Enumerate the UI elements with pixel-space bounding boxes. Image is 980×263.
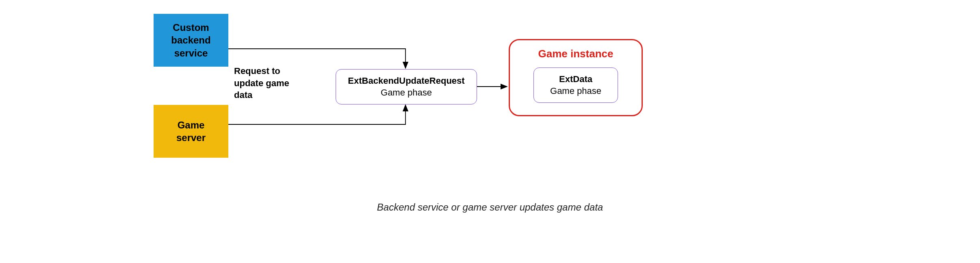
ext-request-subtitle: Game phase [381,87,432,99]
ext-data-node: ExtData Game phase [533,67,618,103]
custom-backend-node: Custom backend service [154,14,228,67]
game-server-node: Game server [154,105,228,158]
edge-label-text: Request to update game data [234,66,289,100]
diagram-arrows [0,0,980,263]
diagram-container: Custom backend service Game server Reque… [0,0,980,263]
ext-request-title: ExtBackendUpdateRequest [348,75,464,87]
edge-label: Request to update game data [234,65,289,101]
ext-request-node: ExtBackendUpdateRequest Game phase [336,69,477,104]
ext-data-subtitle: Game phase [550,85,601,97]
diagram-caption: Backend service or game server updates g… [0,202,980,213]
caption-text: Backend service or game server updates g… [377,202,603,213]
game-instance-title: Game instance [538,48,614,60]
game-instance-node: Game instance ExtData Game phase [509,39,643,116]
custom-backend-label: Custom backend service [171,21,210,59]
game-server-label: Game server [176,119,206,144]
ext-data-title: ExtData [559,74,592,85]
